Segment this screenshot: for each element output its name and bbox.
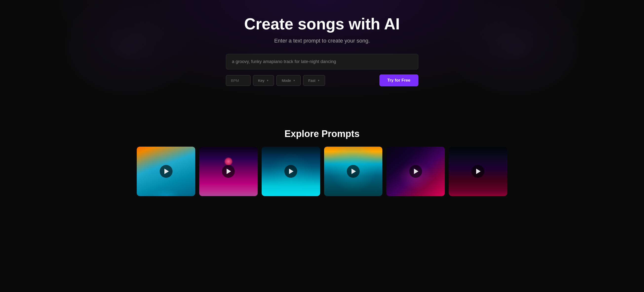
prompt-card-5[interactable] xyxy=(386,147,445,196)
try-free-button[interactable]: Try for Free xyxy=(380,74,418,86)
hero-title: Create songs with AI xyxy=(244,15,400,33)
prompt-card-4[interactable] xyxy=(324,147,382,196)
prompt-card-2[interactable] xyxy=(199,147,258,196)
prompt-card-6[interactable] xyxy=(449,147,507,196)
hero-subtitle: Enter a text prompt to create your song. xyxy=(274,38,370,44)
explore-title: Explore Prompts xyxy=(284,128,360,139)
prompt-input-section xyxy=(226,54,418,69)
play-button-1[interactable] xyxy=(160,165,172,178)
play-icon-1 xyxy=(164,169,169,174)
play-icon-2 xyxy=(226,169,231,174)
bpm-input[interactable] xyxy=(226,75,250,86)
hero-section: Create songs with AI Enter a text prompt… xyxy=(0,0,644,119)
explore-section: Explore Prompts xyxy=(0,119,644,211)
play-icon-5 xyxy=(414,169,418,174)
play-button-5[interactable] xyxy=(409,165,422,178)
play-button-2[interactable] xyxy=(222,165,235,178)
prompt-card-1[interactable] xyxy=(137,147,195,196)
play-button-4[interactable] xyxy=(347,165,360,178)
fast-label: Fast xyxy=(308,78,316,83)
mode-label: Mode xyxy=(282,78,291,83)
fast-dropdown[interactable]: Fast ▼ xyxy=(303,75,325,86)
page-wrapper: Create songs with AI Enter a text prompt… xyxy=(0,0,644,211)
mode-chevron-icon: ▼ xyxy=(293,79,296,82)
try-free-label: Try for Free xyxy=(387,78,410,83)
mode-dropdown[interactable]: Mode ▼ xyxy=(276,75,300,86)
key-chevron-icon: ▼ xyxy=(266,79,269,82)
key-dropdown[interactable]: Key ▼ xyxy=(253,75,274,86)
play-icon-6 xyxy=(476,169,480,174)
play-button-3[interactable] xyxy=(284,165,297,178)
prompts-grid xyxy=(137,147,507,196)
controls-row: Key ▼ Mode ▼ Fast ▼ Try for Free xyxy=(226,74,418,86)
prompt-card-3[interactable] xyxy=(262,147,320,196)
play-icon-4 xyxy=(352,169,356,174)
play-button-6[interactable] xyxy=(472,165,484,178)
play-icon-3 xyxy=(289,169,294,174)
prompt-input[interactable] xyxy=(226,54,418,69)
key-label: Key xyxy=(258,78,264,83)
fast-chevron-icon: ▼ xyxy=(318,79,320,82)
